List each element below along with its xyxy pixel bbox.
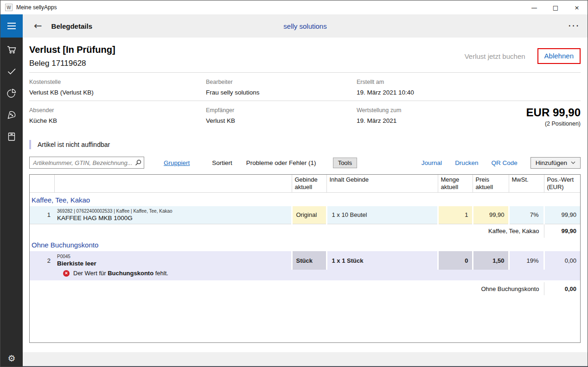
- article-meta: P0045: [57, 253, 291, 259]
- meta-label: Wertstellung zum: [357, 107, 401, 114]
- hamburger-menu-button[interactable]: [0, 14, 23, 38]
- add-button[interactable]: Hinzufügen: [530, 157, 581, 169]
- sorted-link[interactable]: Sortiert: [212, 159, 232, 166]
- meta-label: Bearbeiter: [206, 78, 357, 86]
- total-amount: EUR 99,90: [526, 107, 581, 119]
- preis-cell[interactable]: 99,90: [473, 206, 509, 224]
- poswert-cell: 0,00: [544, 251, 580, 270]
- search-input[interactable]: [29, 157, 144, 169]
- col-poswert: Pos.-Wert (EUR): [544, 175, 580, 193]
- sidebar: ⚙: [0, 38, 23, 367]
- mwst-cell: 19%: [509, 251, 544, 270]
- check-icon[interactable]: [6, 66, 17, 77]
- meta-bearbeiter: Bearbeiter Frau selly solutions: [206, 78, 357, 97]
- group-name: Ohne Buchungskonto: [30, 238, 580, 251]
- document-total: EUR 99,90 (2 Positionen): [526, 107, 581, 127]
- more-menu-button[interactable]: ···: [569, 22, 580, 30]
- article-cell: 369282 | 07622400002533 | Kaffee | Kaffe…: [54, 206, 292, 224]
- gear-icon[interactable]: ⚙: [7, 354, 15, 363]
- table-header-row: Gebinde aktuell Inhalt Gebinde Menge akt…: [30, 175, 580, 193]
- subtotal-value: 99,90: [544, 224, 580, 238]
- window-controls: — □ ×: [524, 0, 588, 14]
- account-name: selly solutions: [23, 22, 588, 30]
- meta-label: Empfänger: [206, 107, 357, 114]
- subtotal-value: 0,00: [544, 281, 580, 295]
- left-rail: ⚙: [0, 14, 23, 367]
- app-logo-icon: W: [5, 4, 13, 11]
- notice: Artikel ist nicht auffindbar: [29, 140, 581, 149]
- meta-label: Kostenstelle: [29, 78, 206, 86]
- back-button[interactable]: ←: [34, 21, 42, 31]
- row-number: 2: [30, 251, 54, 270]
- inhalt-cell: 1 x 1 Stück: [326, 251, 438, 270]
- minimize-button[interactable]: —: [524, 0, 545, 14]
- print-link[interactable]: Drucken: [455, 159, 478, 166]
- problems-link[interactable]: Probleme oder Fehler (1): [246, 159, 316, 166]
- gebinde-cell[interactable]: Original: [292, 206, 326, 224]
- col-gebinde: Gebinde aktuell: [292, 175, 326, 193]
- meta-absender: Absender Küche KB: [29, 107, 206, 127]
- qr-code-link[interactable]: QR Code: [491, 159, 517, 166]
- pie-chart-icon[interactable]: [6, 88, 17, 99]
- book-icon[interactable]: [6, 131, 17, 142]
- meta-empfaenger: Empfänger Verlust KB: [206, 107, 357, 127]
- close-button[interactable]: ×: [566, 0, 588, 14]
- highlight-box: Ablehnen: [537, 48, 581, 64]
- add-button-label: Hinzufügen: [536, 159, 567, 166]
- journal-link[interactable]: Journal: [422, 159, 442, 166]
- error-message: Der Wert für Buchungskonto fehlt.: [73, 270, 168, 277]
- group-subtotal: Ohne Buchungskonto 0,00: [30, 281, 580, 295]
- book-now-button[interactable]: Verlust jetzt buchen: [465, 52, 525, 60]
- meta-value: 19. März 2021: [357, 117, 401, 125]
- grouped-link[interactable]: Gruppiert: [164, 159, 190, 166]
- subtotal-label: Kaffee, Tee, Kakao: [30, 224, 544, 238]
- document-title: Verlust [In Prüfung]: [29, 44, 115, 56]
- col-menge: Menge aktuell: [438, 175, 473, 193]
- pizza-slice-icon[interactable]: [6, 109, 17, 120]
- maximize-button[interactable]: □: [545, 0, 566, 14]
- article-cell: P0045 Bierkiste leer: [54, 251, 292, 270]
- doc-header-text: Verlust [In Prüfung] Beleg 17119628: [29, 44, 115, 69]
- meta-erstellt: Erstellt am 19. März 2021 10:40: [357, 78, 414, 97]
- row-number: 1: [30, 206, 54, 224]
- group-header[interactable]: Kaffee, Tee, Kakao: [30, 193, 580, 207]
- window-title: Meine sellyApps: [16, 4, 57, 11]
- meta-value: 19. März 2021 10:40: [357, 89, 414, 97]
- article-name: KAFFEE HAG MKB 1000G: [57, 214, 291, 223]
- notice-text: Artikel ist nicht auffindbar: [38, 141, 110, 148]
- col-article: [54, 175, 292, 193]
- cart-icon[interactable]: [6, 44, 17, 55]
- search-icon[interactable]: [135, 159, 141, 167]
- article-name: Bierkiste leer: [57, 259, 291, 268]
- table-row[interactable]: 2 P0045 Bierkiste leer Stück 1 x 1 Stück…: [30, 251, 580, 270]
- group-subtotal: Kaffee, Tee, Kakao 99,90: [30, 224, 580, 238]
- toolbar: Gruppiert Sortiert Probleme oder Fehler …: [29, 157, 581, 169]
- notice-accent-bar: [29, 140, 31, 149]
- footer-bar: [23, 352, 588, 366]
- menge-cell[interactable]: 0: [438, 251, 473, 270]
- menge-cell[interactable]: 1: [438, 206, 473, 224]
- tools-button[interactable]: Tools: [333, 158, 357, 168]
- app-bar: ← Belegdetails selly solutions ···: [23, 14, 588, 38]
- table-row[interactable]: 1 369282 | 07622400002533 | Kaffee | Kaf…: [30, 206, 580, 224]
- error-icon: ×: [63, 270, 70, 277]
- inhalt-cell: 1 x 10 Beutel: [326, 206, 438, 224]
- positions-table: Gebinde aktuell Inhalt Gebinde Menge akt…: [29, 174, 581, 343]
- col-mwst: MwSt.: [509, 175, 544, 193]
- group-header[interactable]: Ohne Buchungskonto: [30, 238, 580, 251]
- meta-label: Absender: [29, 107, 206, 114]
- meta-value: Verlust KB (Verlust KB): [29, 89, 206, 97]
- preis-cell[interactable]: 1,50: [473, 251, 509, 270]
- reject-button[interactable]: Ablehnen: [544, 52, 574, 60]
- table-empty-space: [30, 295, 580, 343]
- subtotal-label: Ohne Buchungskonto: [30, 281, 544, 295]
- col-inhalt: Inhalt Gebinde: [326, 175, 438, 193]
- article-meta: 369282 | 07622400002533 | Kaffee | Kaffe…: [57, 207, 291, 214]
- meta-label: Erstellt am: [357, 78, 414, 86]
- row-error: × Der Wert für Buchungskonto fehlt.: [30, 270, 580, 281]
- document-number: Beleg 17119628: [29, 58, 115, 69]
- meta-value: Verlust KB: [206, 117, 357, 125]
- positions-count: (2 Positionen): [526, 120, 581, 127]
- gebinde-cell[interactable]: Stück: [292, 251, 326, 270]
- col-preis: Preis aktuell: [473, 175, 509, 193]
